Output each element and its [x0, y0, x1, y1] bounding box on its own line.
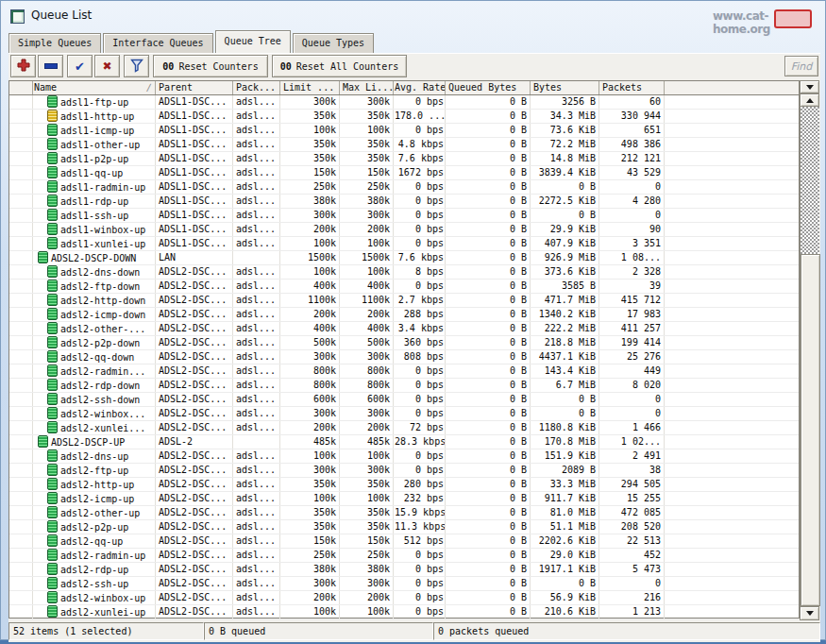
disable-button[interactable]: ✖ [94, 55, 120, 77]
table-row[interactable]: adsl2-winbox-upADSL2-DSC...adsl...200k20… [9, 591, 799, 605]
table-row[interactable]: adsl2-ftp-downADSL2-DSC...adsl...400k400… [9, 280, 799, 294]
queue-name-cell: adsl1-p2p-up [33, 152, 156, 165]
header-packets[interactable]: Packets [599, 81, 665, 94]
table-cell: 150k [340, 166, 394, 179]
table-cell: 218.8 MiB [531, 336, 599, 349]
table-row[interactable]: adsl2-other-...ADSL2-DSC...adsl...400k40… [9, 322, 799, 336]
filter-button[interactable] [124, 55, 149, 77]
queue-name-label: adsl2-rdp-up [60, 565, 128, 575]
table-row[interactable]: adsl2-rdp-upADSL2-DSC...adsl...380k380k0… [9, 563, 799, 577]
table-cell: 800k [280, 379, 340, 392]
table-cell: 911.7 KiB [531, 492, 599, 505]
table-cell [665, 180, 799, 194]
table-row[interactable]: adsl2-p2p-downADSL2-DSC...adsl...500k500… [9, 336, 799, 350]
scroll-up-button[interactable] [800, 93, 819, 107]
find-button[interactable]: Find [784, 56, 818, 76]
table-row[interactable]: adsl1-icmp-upADSL1-DSC...adsl...100k100k… [9, 124, 799, 138]
table-row[interactable]: adsl2-dns-upADSL2-DSC...adsl...100k100k0… [9, 449, 799, 464]
table-row[interactable]: adsl1-p2p-upADSL1-DSC...adsl...350k350k7… [9, 152, 799, 166]
scrollbar-track[interactable] [800, 107, 819, 606]
table-row[interactable]: adsl2-ftp-upADSL2-DSC...adsl...300k300k0… [9, 464, 799, 478]
table-cell: ADSL1-DSC... [156, 110, 233, 123]
enable-button[interactable]: ✔ [67, 55, 93, 77]
queue-name-label: adsl2-dns-down [60, 267, 140, 278]
table-row[interactable]: adsl1-http-upADSL1-DSC...adsl...350k350k… [9, 110, 799, 124]
header-bytes[interactable]: Bytes [531, 81, 599, 94]
header-max-limit[interactable]: Max Li... [340, 81, 394, 94]
table-row[interactable]: adsl2-ssh-upADSL2-DSC...adsl...300k300k0… [9, 577, 799, 591]
table-row[interactable]: adsl2-dns-downADSL2-DSC...adsl...100k100… [9, 265, 799, 280]
table-cell: adsl... [233, 393, 280, 406]
reset-all-counters-button[interactable]: 00 Reset All Counters [272, 55, 407, 77]
tab-queue-tree[interactable]: Queue Tree [215, 30, 291, 53]
table-cell [9, 166, 33, 179]
queue-name-cell: ADSL2-DSCP-DOWN [33, 251, 156, 264]
table-row[interactable]: adsl2-radmin-upADSL2-DSC...adsl...250k25… [9, 549, 799, 563]
table-cell: 0 B [446, 294, 531, 307]
table-row[interactable]: adsl2-qq-upADSL2-DSC...adsl...150k150k51… [9, 534, 799, 549]
remove-button[interactable] [38, 55, 63, 77]
scrollbar-thumb[interactable] [801, 254, 820, 606]
table-row[interactable]: adsl2-ssh-downADSL2-DSC...adsl...600k600… [9, 393, 799, 407]
table-cell: 25 276 [599, 350, 665, 364]
table-cell: 200k [280, 223, 340, 236]
table-row[interactable]: adsl1-xunlei-upADSL1-DSC...adsl...100k10… [9, 237, 799, 251]
table-row[interactable]: ADSL2-DSCP-DOWNLAN1500k1500k7.6 kbps0 B9… [9, 251, 799, 265]
table-row[interactable]: adsl2-qq-downADSL2-DSC...adsl...300k300k… [9, 350, 799, 364]
table-row[interactable]: adsl2-rdp-downADSL2-DSC...adsl...800k800… [9, 379, 799, 393]
table-row[interactable]: adsl2-p2p-upADSL2-DSC...adsl...350k350k1… [9, 520, 799, 534]
header-queued-bytes[interactable]: Queued Bytes [446, 81, 531, 94]
arrow-down-icon [806, 611, 814, 616]
table-row[interactable]: adsl2-other-upADSL2-DSC...adsl...350k350… [9, 506, 799, 520]
table-row[interactable]: adsl2-winbox...ADSL2-DSC...adsl...300k30… [9, 407, 799, 421]
header-packet-marks[interactable]: Pack... [233, 81, 280, 94]
table-cell [665, 124, 799, 137]
tab-queue-types[interactable]: Queue Types [293, 33, 374, 53]
table-cell [9, 379, 33, 392]
header-name[interactable]: Name∕ [33, 81, 156, 94]
queue-name-label: adsl1-icmp-up [60, 126, 134, 136]
table-cell: 0 B [446, 464, 531, 477]
queue-name-label: adsl1-xunlei-up [60, 239, 145, 249]
table-row[interactable]: adsl1-qq-upADSL1-DSC...adsl...150k150k16… [9, 166, 799, 180]
table-row[interactable]: adsl1-radmin-upADSL1-DSC...adsl...250k25… [9, 180, 799, 195]
tab-simple-queues[interactable]: Simple Queues [8, 33, 101, 53]
table-row[interactable]: adsl1-ssh-upADSL1-DSC...adsl...300k300k0… [9, 209, 799, 223]
table-row[interactable]: adsl2-xunlei...ADSL2-DSC...adsl...200k20… [9, 421, 799, 435]
watermark-highlight [774, 9, 812, 28]
table-cell: ADSL2-DSC... [156, 322, 233, 335]
table-row[interactable]: adsl1-winbox-upADSL1-DSC...adsl...200k20… [9, 223, 799, 237]
table-cell: ADSL2-DSC... [156, 591, 233, 604]
header-avg-rate[interactable]: Avg. Rate [394, 81, 446, 94]
queue-icon [47, 308, 58, 320]
table-row[interactable]: adsl1-other-upADSL1-DSC...adsl...350k350… [9, 138, 799, 152]
table-cell: 350k [280, 138, 340, 151]
header-limit-at[interactable]: Limit ... [280, 81, 340, 94]
table-cell [665, 591, 799, 604]
table-row[interactable]: ADSL2-DSCP-UPADSL-2485k485k28.3 kbps0 B1… [9, 435, 799, 449]
table-cell [9, 364, 33, 378]
funnel-icon [129, 58, 144, 75]
table-cell: 350k [340, 520, 394, 534]
table-cell: 0 bps [394, 464, 446, 477]
table-row[interactable]: adsl1-ftp-upADSL1-DSC...adsl...300k300k0… [9, 95, 799, 110]
table-row[interactable]: adsl1-rdp-upADSL1-DSC...adsl...380k380k0… [9, 195, 799, 209]
table-cell: 7.6 kbps [394, 152, 446, 165]
table-row[interactable]: adsl2-radmin...ADSL2-DSC...adsl...800k80… [9, 364, 799, 379]
column-menu-button[interactable] [800, 80, 819, 93]
table-row[interactable]: adsl2-http-upADSL2-DSC...adsl...350k350k… [9, 478, 799, 492]
tab-interface-queues[interactable]: Interface Queues [103, 33, 212, 53]
header-parent[interactable]: Parent [156, 81, 233, 94]
table-cell [233, 435, 280, 449]
reset-counters-button[interactable]: 00 Reset Counters [153, 55, 268, 77]
table-row[interactable]: adsl2-icmp-upADSL2-DSC...adsl...100k100k… [9, 492, 799, 506]
table-row[interactable]: adsl2-http-downADSL2-DSC...adsl...1100k1… [9, 294, 799, 308]
queue-name-label: adsl1-p2p-up [60, 154, 128, 164]
table-cell [9, 506, 33, 519]
table-cell: 200k [340, 591, 394, 604]
table-row[interactable]: adsl2-xunlei-upADSL2-DSC...adsl...100k10… [9, 605, 799, 619]
scroll-down-button[interactable] [800, 606, 819, 620]
title-bar[interactable]: Queue List www.cat-home.org [1, 1, 825, 29]
table-row[interactable]: adsl2-icmp-downADSL2-DSC...adsl...200k20… [9, 308, 799, 322]
add-button[interactable] [10, 55, 36, 77]
